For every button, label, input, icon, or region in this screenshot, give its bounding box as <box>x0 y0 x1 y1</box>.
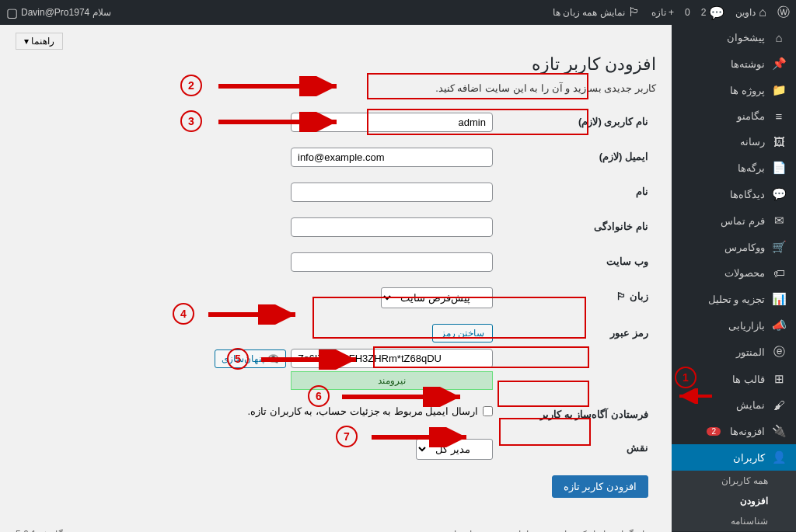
menu-icon: 🔌 <box>771 424 787 438</box>
sidebar-item-10[interactable]: 📊تجزیه و تحلیل <box>672 286 796 312</box>
sidebar-item-12[interactable]: ⓔالمنتور <box>672 339 796 366</box>
annotation-2: 2 <box>180 75 202 96</box>
send-notification-label: فرستادن آگاه‌ساز به کاربر <box>501 398 656 431</box>
menu-label: فرم تماس <box>721 215 765 227</box>
menu-icon: 📁 <box>771 83 787 97</box>
users-submenu: همه کاربرانافزودنشناسنامه <box>672 471 796 531</box>
comments-link[interactable]: 💬2 <box>701 5 725 20</box>
annotation-5: 5 <box>227 348 249 370</box>
sidebar-item-5[interactable]: 📄برگه‌ها <box>672 155 796 181</box>
menu-label: دیدگاه‌ها <box>730 189 765 200</box>
content-area: راهنما ▾ افزودن کاربر تازه کاربر جدیدی ب… <box>0 25 672 532</box>
menu-label: رسانه <box>740 136 765 148</box>
role-label: نقش <box>501 431 656 468</box>
menu-icon: ≡ <box>771 110 787 123</box>
wp-logo[interactable]: ⓦ <box>777 5 790 21</box>
annotation-arrow-7 <box>367 427 476 447</box>
annotation-3: 3 <box>180 110 202 132</box>
menu-icon: 📣 <box>771 318 787 332</box>
menu-label: کاربران <box>733 452 765 464</box>
website-input[interactable] <box>291 252 493 272</box>
sidebar-item-15[interactable]: 🔌افزونه‌ها2 <box>672 418 796 444</box>
menu-label: پیشخوان <box>727 32 765 43</box>
menu-icon: 📌 <box>771 57 787 71</box>
menu-label: مگامنو <box>737 110 765 122</box>
sidebar-item-7[interactable]: ✉فرم تماس <box>672 207 796 234</box>
menu-icon: 🖌 <box>771 398 787 412</box>
update-badge: 2 <box>707 427 721 436</box>
firstname-label: نام <box>501 175 656 210</box>
flag-icon: 🏳 <box>616 290 627 302</box>
wordpress-link[interactable]: وردپرس <box>484 529 516 532</box>
menu-icon: ✉ <box>771 214 787 228</box>
lang-switch[interactable]: 🏳نمایش همه زبان ها <box>553 5 641 19</box>
menu-label: نوشته‌ها <box>731 58 765 70</box>
language-select[interactable]: پیش‌فرض سایت <box>381 287 493 308</box>
menu-icon: 🖼 <box>771 135 787 148</box>
submenu-item-2[interactable]: شناسنامه <box>672 511 796 531</box>
annotation-arrow-1 <box>673 388 715 404</box>
menu-icon: 🛒 <box>771 240 787 254</box>
sidebar-item-2[interactable]: 📁پروژه ها <box>672 77 796 103</box>
menu-icon: ⊞ <box>771 372 787 386</box>
sidebar-item-4[interactable]: 🖼رسانه <box>672 129 796 155</box>
sidebar-item-0[interactable]: ⌂پیشخوان <box>672 25 796 50</box>
menu-label: بازاریابی <box>728 320 765 332</box>
menu-label: قالب ها <box>732 374 765 385</box>
sidebar-item-1[interactable]: 📌نوشته‌ها <box>672 50 796 77</box>
menu-label: پروژه ها <box>730 85 765 96</box>
updates-link[interactable]: 0 <box>685 7 690 18</box>
menu-icon: 📄 <box>771 161 787 175</box>
version-text: نگارش 5.6.1 <box>16 529 66 532</box>
annotation-arrow-2 <box>214 76 346 96</box>
sidebar-item-16[interactable]: 👤کاربران <box>672 444 796 471</box>
annotation-1: 1 <box>675 367 696 388</box>
sidebar-item-3[interactable]: ≡مگامنو <box>672 103 796 129</box>
menu-icon: 📊 <box>771 292 787 306</box>
sidebar-item-9[interactable]: 🏷محصولات <box>672 260 796 286</box>
annotation-6: 6 <box>308 385 330 407</box>
email-input[interactable] <box>291 148 493 167</box>
menu-label: محصولات <box>724 267 765 279</box>
admin-bar: ⓦ ⌂داوین 💬2 0 + تازه 🏳نمایش همه زبان ها … <box>0 0 796 25</box>
site-name[interactable]: ⌂داوین <box>735 5 766 19</box>
menu-label: ووكامرس <box>724 242 765 253</box>
menu-icon: 💬 <box>771 187 787 201</box>
sidebar-item-8[interactable]: 🛒ووكامرس <box>672 234 796 260</box>
generate-password-button[interactable]: ساختن رمز <box>432 324 493 342</box>
menu-icon: ⓔ <box>771 345 787 360</box>
submenu-item-1[interactable]: افزودن <box>672 491 796 511</box>
menu-label: افزونه‌ها <box>730 426 765 437</box>
annotation-4: 4 <box>173 303 194 325</box>
menu-icon: 👤 <box>771 450 787 464</box>
menu-label: برگه‌ها <box>738 162 765 174</box>
add-user-form: نام کاربری (لازم) ایمیل (لازم) نام نام خ… <box>16 105 656 468</box>
add-user-submit-button[interactable]: افزودن کاربر تازه <box>552 475 648 498</box>
annotation-7: 7 <box>336 426 358 447</box>
lastname-input[interactable] <box>291 217 493 237</box>
menu-label: تجزیه و تحلیل <box>708 294 765 305</box>
lastname-label: نام خانوادگی <box>501 210 656 245</box>
new-content[interactable]: + تازه <box>651 7 674 18</box>
menu-icon: ⌂ <box>771 31 787 44</box>
sidebar-item-6[interactable]: 💬دیدگاه‌ها <box>672 181 796 207</box>
send-notification-wrapper[interactable]: ارسال ایمیل مربوط به جزئیات حساب، به کار… <box>247 405 493 417</box>
annotation-arrow-4 <box>204 304 305 325</box>
sidebar-item-11[interactable]: 📣بازاریابی <box>672 312 796 339</box>
language-label: زبان 🏳 <box>501 280 656 316</box>
howdy[interactable]: سلام Davin@Pro1974 ▢ <box>6 5 111 20</box>
menu-label: المنتور <box>736 346 765 358</box>
firstname-input[interactable] <box>291 183 493 202</box>
email-label: ایمیل (لازم) <box>501 140 656 175</box>
annotation-arrow-3 <box>214 112 346 132</box>
annotation-arrow-6 <box>337 387 470 407</box>
menu-icon: 🏷 <box>771 266 787 280</box>
admin-footer: سپاسگزاریم از اینکه سایت خود را با وردپر… <box>16 506 656 532</box>
website-label: وب سایت <box>501 245 656 280</box>
submenu-item-0[interactable]: همه کاربران <box>672 471 796 491</box>
username-label: نام کاربری (لازم) <box>501 105 656 140</box>
annotation-arrow-5 <box>257 349 365 370</box>
page-title: افزودن کاربر تازه <box>16 54 656 75</box>
help-toggle[interactable]: راهنما ▾ <box>16 33 63 50</box>
send-notification-checkbox[interactable] <box>483 406 493 416</box>
